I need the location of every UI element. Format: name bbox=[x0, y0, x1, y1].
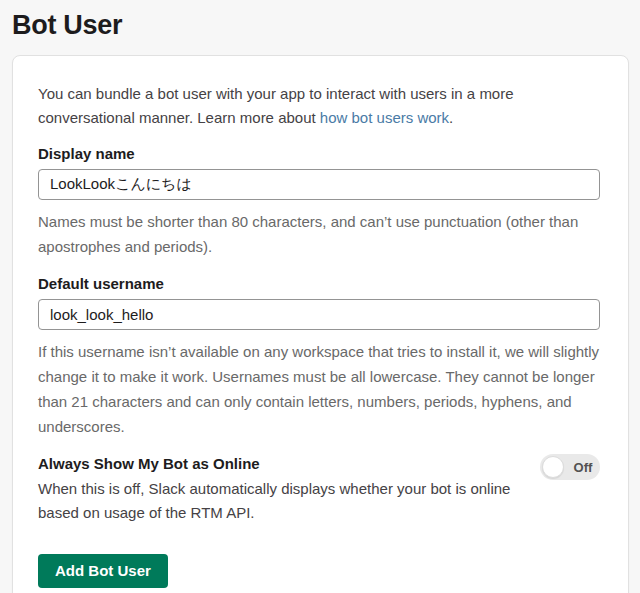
toggle-state-label: Off bbox=[566, 454, 600, 480]
always-online-row: Always Show My Bot as Online When this i… bbox=[38, 453, 600, 525]
display-name-help: Names must be shorter than 80 characters… bbox=[38, 209, 600, 259]
display-name-group: Display name Names must be shorter than … bbox=[38, 145, 600, 259]
how-bot-users-work-link[interactable]: how bot users work bbox=[320, 109, 449, 126]
display-name-label: Display name bbox=[38, 145, 600, 162]
add-bot-user-button[interactable]: Add Bot User bbox=[38, 554, 168, 588]
display-name-input[interactable] bbox=[38, 169, 600, 200]
default-username-label: Default username bbox=[38, 275, 600, 292]
page-title: Bot User bbox=[12, 10, 628, 41]
toggle-knob-icon bbox=[542, 456, 564, 478]
always-online-texts: Always Show My Bot as Online When this i… bbox=[38, 453, 516, 525]
default-username-help: If this username isn’t available on any … bbox=[38, 339, 600, 439]
bot-user-card: You can bundle a bot user with your app … bbox=[12, 55, 629, 593]
default-username-group: Default username If this username isn’t … bbox=[38, 275, 600, 439]
always-online-toggle[interactable]: Off bbox=[540, 454, 600, 480]
intro-text-after: . bbox=[449, 109, 453, 126]
always-online-label: Always Show My Bot as Online bbox=[38, 453, 516, 474]
default-username-input[interactable] bbox=[38, 299, 600, 330]
intro-paragraph: You can bundle a bot user with your app … bbox=[38, 82, 600, 130]
always-online-description: When this is off, Slack automatically di… bbox=[38, 477, 516, 525]
